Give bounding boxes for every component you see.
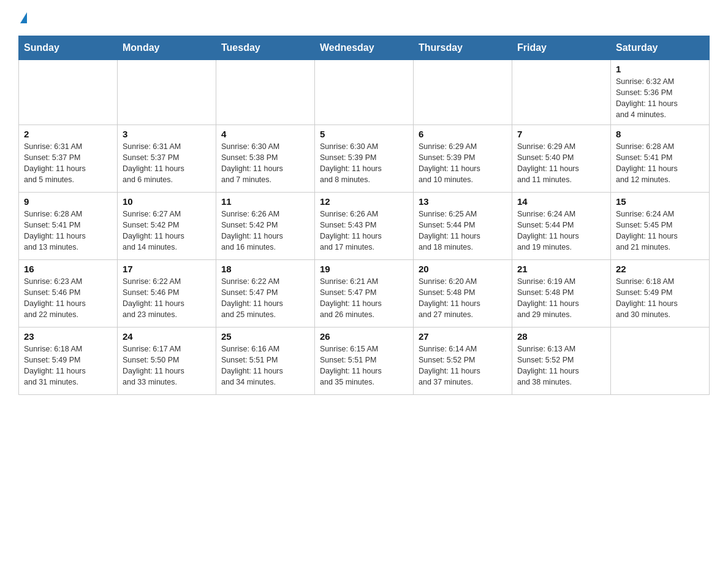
calendar-cell-w4d5: 28Sunrise: 6:13 AM Sunset: 5:52 PM Dayli… [512, 327, 611, 394]
calendar-cell-w0d2 [216, 60, 315, 125]
day-info: Sunrise: 6:31 AM Sunset: 5:37 PM Dayligh… [123, 141, 211, 186]
calendar-cell-w3d5: 21Sunrise: 6:19 AM Sunset: 5:48 PM Dayli… [512, 259, 611, 327]
week-row-0: 1Sunrise: 6:32 AM Sunset: 5:36 PM Daylig… [19, 60, 710, 125]
week-row-2: 9Sunrise: 6:28 AM Sunset: 5:41 PM Daylig… [19, 192, 710, 259]
day-number: 5 [320, 129, 408, 139]
day-info: Sunrise: 6:18 AM Sunset: 5:49 PM Dayligh… [24, 343, 112, 388]
day-number: 20 [419, 264, 507, 274]
day-number: 12 [320, 196, 408, 207]
calendar-cell-w1d3: 5Sunrise: 6:30 AM Sunset: 5:39 PM Daylig… [315, 124, 414, 192]
header-monday: Monday [118, 36, 216, 60]
day-number: 1 [616, 64, 704, 74]
day-info: Sunrise: 6:28 AM Sunset: 5:41 PM Dayligh… [24, 209, 112, 253]
week-row-3: 16Sunrise: 6:23 AM Sunset: 5:46 PM Dayli… [19, 259, 710, 327]
day-info: Sunrise: 6:15 AM Sunset: 5:51 PM Dayligh… [320, 343, 408, 388]
day-info: Sunrise: 6:28 AM Sunset: 5:41 PM Dayligh… [616, 141, 704, 186]
calendar-cell-w4d3: 26Sunrise: 6:15 AM Sunset: 5:51 PM Dayli… [315, 327, 414, 394]
day-number: 26 [320, 331, 408, 342]
calendar-cell-w3d2: 18Sunrise: 6:22 AM Sunset: 5:47 PM Dayli… [216, 259, 315, 327]
day-info: Sunrise: 6:22 AM Sunset: 5:47 PM Dayligh… [221, 276, 309, 321]
calendar-cell-w0d6: 1Sunrise: 6:32 AM Sunset: 5:36 PM Daylig… [611, 60, 710, 125]
day-info: Sunrise: 6:16 AM Sunset: 5:51 PM Dayligh… [221, 343, 309, 388]
header-thursday: Thursday [414, 36, 512, 60]
header-friday: Friday [512, 36, 611, 60]
day-number: 24 [123, 331, 211, 342]
calendar-cell-w2d0: 9Sunrise: 6:28 AM Sunset: 5:41 PM Daylig… [19, 192, 118, 259]
calendar-cell-w2d1: 10Sunrise: 6:27 AM Sunset: 5:42 PM Dayli… [118, 192, 216, 259]
day-info: Sunrise: 6:18 AM Sunset: 5:49 PM Dayligh… [616, 276, 704, 321]
header-wednesday: Wednesday [315, 36, 414, 60]
day-number: 8 [616, 129, 704, 139]
day-number: 7 [517, 129, 605, 139]
day-info: Sunrise: 6:29 AM Sunset: 5:40 PM Dayligh… [517, 141, 605, 186]
calendar-cell-w2d5: 14Sunrise: 6:24 AM Sunset: 5:44 PM Dayli… [512, 192, 611, 259]
day-number: 6 [419, 129, 507, 139]
header-tuesday: Tuesday [216, 36, 315, 60]
day-info: Sunrise: 6:26 AM Sunset: 5:43 PM Dayligh… [320, 209, 408, 253]
day-info: Sunrise: 6:30 AM Sunset: 5:39 PM Dayligh… [320, 141, 408, 186]
calendar-cell-w1d2: 4Sunrise: 6:30 AM Sunset: 5:38 PM Daylig… [216, 124, 315, 192]
calendar-cell-w4d2: 25Sunrise: 6:16 AM Sunset: 5:51 PM Dayli… [216, 327, 315, 394]
calendar-cell-w2d6: 15Sunrise: 6:24 AM Sunset: 5:45 PM Dayli… [611, 192, 710, 259]
day-number: 22 [616, 264, 704, 274]
day-number: 21 [517, 264, 605, 274]
calendar-cell-w0d3 [315, 60, 414, 125]
day-number: 17 [123, 264, 211, 274]
day-info: Sunrise: 6:23 AM Sunset: 5:46 PM Dayligh… [24, 276, 112, 321]
calendar-cell-w2d2: 11Sunrise: 6:26 AM Sunset: 5:42 PM Dayli… [216, 192, 315, 259]
day-number: 2 [24, 129, 112, 139]
day-number: 23 [24, 331, 112, 342]
day-number: 19 [320, 264, 408, 274]
calendar-cell-w4d1: 24Sunrise: 6:17 AM Sunset: 5:50 PM Dayli… [118, 327, 216, 394]
day-number: 14 [517, 196, 605, 207]
header-sunday: Sunday [19, 36, 118, 60]
calendar-cell-w0d0 [19, 60, 118, 125]
day-info: Sunrise: 6:25 AM Sunset: 5:44 PM Dayligh… [419, 209, 507, 253]
calendar-cell-w0d4 [414, 60, 512, 125]
calendar-cell-w4d4: 27Sunrise: 6:14 AM Sunset: 5:52 PM Dayli… [414, 327, 512, 394]
day-info: Sunrise: 6:29 AM Sunset: 5:39 PM Dayligh… [419, 141, 507, 186]
calendar-cell-w1d1: 3Sunrise: 6:31 AM Sunset: 5:37 PM Daylig… [118, 124, 216, 192]
day-info: Sunrise: 6:13 AM Sunset: 5:52 PM Dayligh… [517, 343, 605, 388]
day-number: 11 [221, 196, 309, 207]
calendar: SundayMondayTuesdayWednesdayThursdayFrid… [18, 36, 710, 395]
calendar-cell-w3d0: 16Sunrise: 6:23 AM Sunset: 5:46 PM Dayli… [19, 259, 118, 327]
header-saturday: Saturday [611, 36, 710, 60]
day-number: 28 [517, 331, 605, 342]
day-info: Sunrise: 6:27 AM Sunset: 5:42 PM Dayligh… [123, 209, 211, 253]
day-info: Sunrise: 6:22 AM Sunset: 5:46 PM Dayligh… [123, 276, 211, 321]
day-number: 4 [221, 129, 309, 139]
day-info: Sunrise: 6:19 AM Sunset: 5:48 PM Dayligh… [517, 276, 605, 321]
logo-triangle-icon [20, 12, 27, 23]
day-number: 3 [123, 129, 211, 139]
calendar-cell-w3d4: 20Sunrise: 6:20 AM Sunset: 5:48 PM Dayli… [414, 259, 512, 327]
calendar-cell-w0d1 [118, 60, 216, 125]
day-info: Sunrise: 6:24 AM Sunset: 5:44 PM Dayligh… [517, 209, 605, 253]
logo [18, 12, 27, 25]
day-number: 27 [419, 331, 507, 342]
week-row-4: 23Sunrise: 6:18 AM Sunset: 5:49 PM Dayli… [19, 327, 710, 394]
day-info: Sunrise: 6:31 AM Sunset: 5:37 PM Dayligh… [24, 141, 112, 186]
calendar-cell-w1d0: 2Sunrise: 6:31 AM Sunset: 5:37 PM Daylig… [19, 124, 118, 192]
day-info: Sunrise: 6:26 AM Sunset: 5:42 PM Dayligh… [221, 209, 309, 253]
calendar-cell-w1d5: 7Sunrise: 6:29 AM Sunset: 5:40 PM Daylig… [512, 124, 611, 192]
day-info: Sunrise: 6:32 AM Sunset: 5:36 PM Dayligh… [616, 76, 704, 121]
calendar-cell-w4d6 [611, 327, 710, 394]
day-info: Sunrise: 6:21 AM Sunset: 5:47 PM Dayligh… [320, 276, 408, 321]
day-info: Sunrise: 6:17 AM Sunset: 5:50 PM Dayligh… [123, 343, 211, 388]
calendar-cell-w3d1: 17Sunrise: 6:22 AM Sunset: 5:46 PM Dayli… [118, 259, 216, 327]
calendar-cell-w1d6: 8Sunrise: 6:28 AM Sunset: 5:41 PM Daylig… [611, 124, 710, 192]
day-number: 9 [24, 196, 112, 207]
calendar-cell-w3d6: 22Sunrise: 6:18 AM Sunset: 5:49 PM Dayli… [611, 259, 710, 327]
calendar-cell-w0d5 [512, 60, 611, 125]
calendar-cell-w4d0: 23Sunrise: 6:18 AM Sunset: 5:49 PM Dayli… [19, 327, 118, 394]
calendar-cell-w1d4: 6Sunrise: 6:29 AM Sunset: 5:39 PM Daylig… [414, 124, 512, 192]
day-number: 15 [616, 196, 704, 207]
day-number: 16 [24, 264, 112, 274]
calendar-cell-w3d3: 19Sunrise: 6:21 AM Sunset: 5:47 PM Dayli… [315, 259, 414, 327]
day-info: Sunrise: 6:14 AM Sunset: 5:52 PM Dayligh… [419, 343, 507, 388]
day-number: 25 [221, 331, 309, 342]
calendar-cell-w2d4: 13Sunrise: 6:25 AM Sunset: 5:44 PM Dayli… [414, 192, 512, 259]
day-number: 18 [221, 264, 309, 274]
calendar-cell-w2d3: 12Sunrise: 6:26 AM Sunset: 5:43 PM Dayli… [315, 192, 414, 259]
